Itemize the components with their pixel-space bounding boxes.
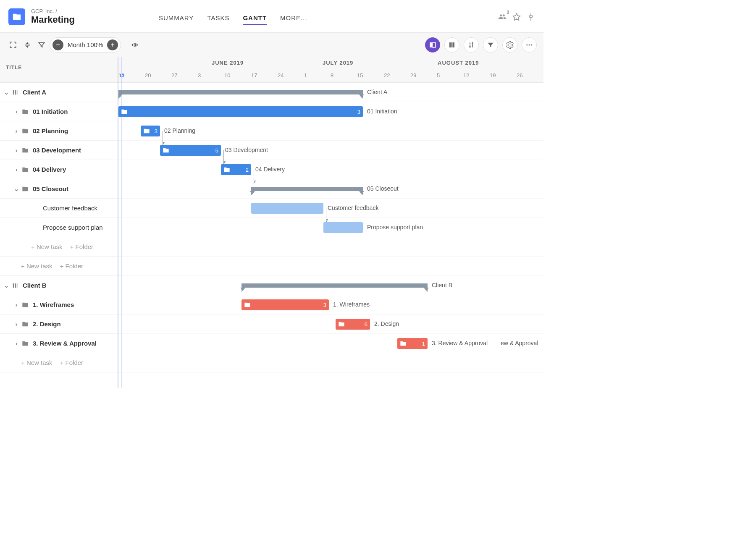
day-label: 1 (304, 72, 307, 79)
sort-button[interactable] (464, 37, 479, 52)
zoom-in-button[interactable]: + (107, 39, 118, 50)
month-label: AUGUST 2019 (438, 60, 479, 66)
bar-label: 01 Initiation (367, 108, 397, 115)
row-label: Propose support plan (43, 224, 103, 231)
sidebar-row[interactable]: Customer feedback (0, 199, 118, 218)
sidebar-row[interactable]: ›04 Delivery (0, 160, 118, 179)
view-panel-button[interactable] (425, 37, 440, 52)
fullscreen-icon[interactable] (7, 39, 19, 51)
star-icon[interactable] (512, 13, 521, 21)
bar-label: Client A (367, 89, 387, 95)
day-label: 26 (517, 72, 522, 79)
badge: 1 (422, 341, 425, 347)
task-bar[interactable] (251, 203, 323, 214)
sidebar-row[interactable]: ›3. Review & Approval (0, 334, 118, 353)
folder-icon (244, 301, 251, 308)
row-label: 05 Closeout (33, 185, 68, 192)
folder-bar[interactable]: 3 (141, 126, 160, 136)
zoom-label: Month 100% (68, 41, 103, 48)
sidebar-row[interactable]: Propose support plan (0, 218, 118, 237)
breadcrumb[interactable]: GCP, Inc. / (31, 8, 75, 14)
folder-icon (223, 166, 230, 173)
sidebar-row[interactable]: ⌄Client A (0, 83, 118, 102)
chevron-down-icon[interactable]: ⌄ (3, 282, 9, 289)
chevron-right-icon[interactable]: › (13, 108, 19, 115)
summary-bar[interactable] (242, 283, 428, 288)
new-task-button[interactable]: + New task (31, 243, 63, 250)
sidebar-row[interactable]: ›03 Development (0, 141, 118, 160)
summary-bar[interactable] (118, 90, 363, 94)
sidebar-row[interactable]: ›1. Wireframes (0, 295, 118, 315)
filter-dropdown-icon[interactable] (35, 39, 48, 51)
gantt-row (118, 353, 543, 372)
chevron-right-icon[interactable]: › (13, 166, 19, 173)
folder-bar[interactable]: 6 (336, 319, 370, 330)
row-label: 3. Review & Approval (33, 340, 97, 347)
project-icon (8, 8, 25, 25)
row-label: Client B (23, 282, 47, 289)
day-label: 19 (490, 72, 496, 79)
bar-label: Propose support plan (367, 224, 423, 231)
chevron-right-icon[interactable]: › (13, 127, 19, 134)
project-icon (12, 89, 19, 96)
folder-icon (22, 128, 29, 134)
day-label: 27 (171, 72, 177, 79)
tab-tasks[interactable]: TASKS (207, 12, 229, 25)
collapse-icon[interactable] (21, 39, 34, 51)
chevron-down-icon[interactable]: ⌄ (13, 185, 19, 193)
fit-icon[interactable] (129, 39, 141, 51)
new-task-button[interactable]: + New task (21, 359, 52, 366)
task-bar[interactable] (323, 222, 363, 233)
folder-bar[interactable]: 3 (242, 299, 329, 310)
badge: 3 (357, 109, 360, 115)
pin-icon[interactable] (527, 13, 535, 21)
share-icon[interactable]: 8 (498, 13, 507, 21)
sidebar-row[interactable]: ⌄05 Closeout (0, 179, 118, 199)
new-folder-button[interactable]: + Folder (60, 359, 83, 366)
badge: 2 (246, 167, 249, 173)
tab-gantt[interactable]: GANTT (243, 12, 267, 25)
tab-summary[interactable]: SUMMARY (159, 12, 194, 25)
view-columns-button[interactable] (444, 37, 459, 52)
folder-bar[interactable]: 5 (160, 145, 221, 156)
summary-bar[interactable] (251, 187, 363, 191)
chevron-down-icon[interactable]: ⌄ (3, 89, 9, 96)
svg-rect-3 (452, 42, 453, 47)
folder-icon (22, 108, 29, 115)
bar-label: 05 Closeout (367, 185, 399, 192)
day-label: 22 (384, 72, 390, 79)
svg-rect-2 (449, 42, 451, 47)
row-label: 01 Initiation (33, 108, 68, 115)
chevron-right-icon[interactable]: › (13, 340, 19, 347)
sidebar-row[interactable]: ›01 Initiation (0, 102, 118, 121)
folder-icon (22, 166, 29, 173)
folder-icon (338, 321, 345, 328)
sidebar-row[interactable]: ›02 Planning (0, 121, 118, 141)
sidebar-row[interactable]: ›2. Design (0, 315, 118, 334)
folder-bar[interactable]: 1 (397, 338, 428, 349)
row-label: 02 Planning (33, 127, 68, 134)
zoom-out-button[interactable]: − (52, 39, 63, 50)
new-folder-button[interactable]: + Folder (70, 243, 93, 250)
more-button[interactable] (522, 37, 537, 52)
chevron-right-icon[interactable]: › (13, 301, 19, 308)
filter-button[interactable] (483, 37, 498, 52)
folder-bar[interactable]: 3 (118, 106, 363, 117)
settings-button[interactable] (502, 37, 517, 52)
new-folder-button[interactable]: + Folder (60, 262, 83, 270)
share-count: 8 (507, 10, 509, 15)
chevron-right-icon[interactable]: › (13, 147, 19, 154)
folder-bar[interactable]: 2 (221, 164, 251, 175)
sidebar-header: TITLE (0, 57, 118, 83)
day-label: 24 (278, 72, 284, 79)
day-label: 17 (251, 72, 257, 79)
badge: 3 (155, 128, 158, 134)
new-task-button[interactable]: + New task (21, 262, 52, 270)
bar-label: 3. Review & Approval (432, 340, 488, 346)
chevron-right-icon[interactable]: › (13, 320, 19, 328)
day-label: 8 (331, 72, 333, 79)
tab-more[interactable]: MORE... (280, 12, 307, 25)
badge: 6 (365, 321, 368, 328)
folder-icon (22, 340, 29, 347)
sidebar-row[interactable]: ⌄Client B (0, 276, 118, 295)
